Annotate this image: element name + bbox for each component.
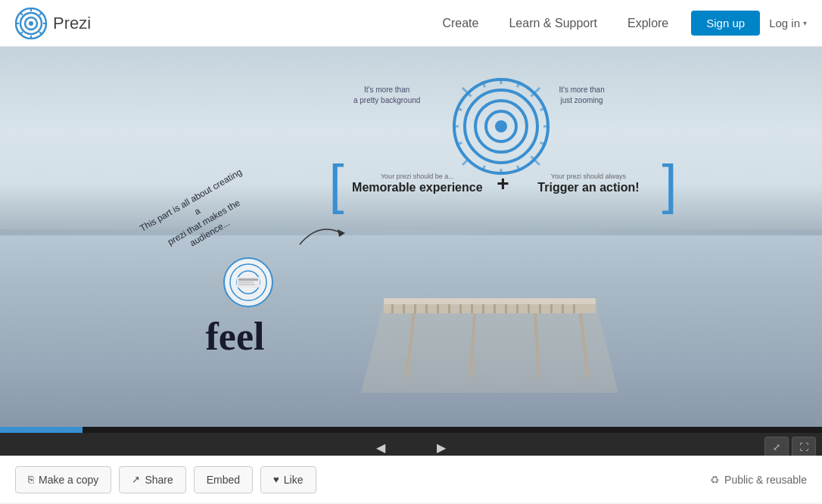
svg-line-21 [462,88,467,92]
progress-bar-area [0,427,822,433]
chevron-down-icon: ▾ [803,19,807,27]
footer-bar: ⎘ Make a copy ↗ Share Embed ♥ Like ♻ Pub… [0,456,822,502]
svg-marker-66 [361,302,618,393]
nav-learn-support[interactable]: Learn & Support [509,17,597,30]
svg-rect-42 [238,284,255,285]
make-copy-button[interactable]: ⎘ Make a copy [15,466,111,493]
dock-image [353,257,626,408]
ctrl-right-buttons: ⤢ ⛶ [764,437,816,456]
bracket-item-trigger: Your prezi should always Trigger an acti… [515,173,662,194]
progress-fill [0,427,83,433]
svg-point-3 [29,21,33,26]
plus-sign: + [497,172,509,196]
svg-marker-43 [338,229,345,237]
svg-line-9 [39,32,42,34]
nav-explore[interactable]: Explore [627,17,668,30]
svg-rect-40 [238,278,258,281]
small-circle-diagram [222,256,275,309]
svg-rect-67 [384,298,596,304]
fullscreen-button[interactable]: ⛶ [792,437,816,456]
share-button[interactable]: ↗ Share [119,466,185,493]
copy-icon: ⎘ [28,474,34,485]
header-actions: Sign up Log in ▾ [691,11,807,36]
content-bracket: [ Your prezi should be a... Memorable ex… [328,146,677,222]
next-arrow-icon: ▶ [437,440,446,455]
public-reusable-badge: ♻ Public & reusable [710,474,807,486]
bracket-right-icon: ] [662,157,677,211]
embed-button[interactable]: Embed [194,466,253,493]
heart-icon: ♥ [273,474,279,485]
header: Prezi Create Learn & Support Explore Sig… [0,0,822,47]
presentation-mode-button[interactable]: ⤢ [764,437,789,456]
svg-line-8 [20,13,23,15]
bracket-content: Your prezi should be a... Memorable expe… [344,172,662,196]
recycle-icon: ♻ [710,474,720,486]
fullscreen-icon: ⛶ [799,442,808,453]
next-button[interactable]: ▶ [411,433,472,456]
logo[interactable]: Prezi [15,8,91,39]
prezi-logo-icon [15,8,47,39]
svg-rect-41 [238,282,254,283]
signup-button[interactable]: Sign up [691,11,760,36]
svg-point-16 [495,120,507,132]
prev-arrow-icon: ◀ [376,440,385,455]
info-text-1: It's more than a pretty background [353,85,420,106]
login-button[interactable]: Log in ▾ [769,17,807,30]
bracket-item-memorable: Your prezi should be a... Memorable expe… [344,173,490,194]
horizon-layer [0,229,822,235]
presentation-wrapper: It's more than a pretty background It's … [0,47,822,456]
bracket-left-icon: [ [328,157,344,211]
arrow-element [296,214,349,255]
share-icon: ↗ [132,474,140,485]
svg-line-11 [20,32,23,34]
nav-create[interactable]: Create [442,17,478,30]
main-nav: Create Learn & Support Explore [442,17,668,30]
svg-line-10 [39,13,42,15]
presentation-frame[interactable]: It's more than a pretty background It's … [0,47,822,427]
controls-bar: ◀ ▶ ⤢ ⛶ [0,433,822,456]
svg-line-23 [535,88,540,92]
like-button[interactable]: ♥ Like [260,466,316,493]
logo-text: Prezi [53,14,91,33]
prev-button[interactable]: ◀ [350,433,411,456]
arrows-icon: ⤢ [773,442,780,453]
info-text-2: It's more than just zooming [559,85,604,106]
feel-text: feel [206,314,265,359]
